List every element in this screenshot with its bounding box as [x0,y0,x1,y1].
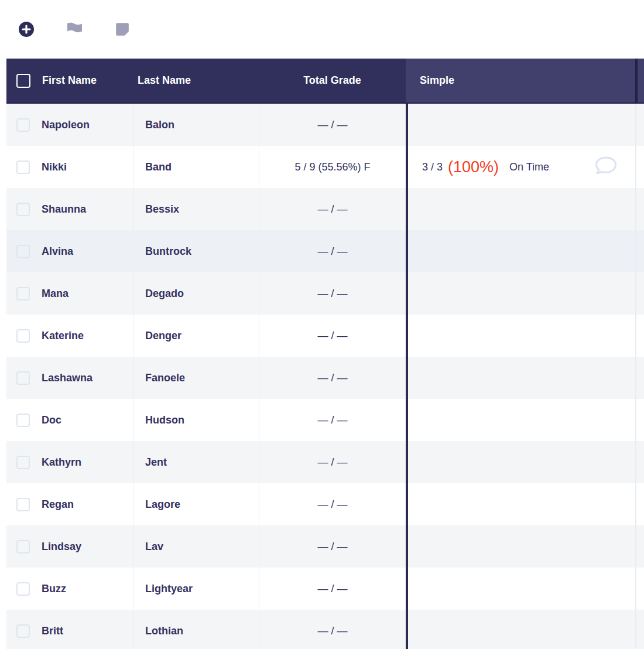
table-row: Regan Lagore — / — [6,483,644,525]
row-checkbox[interactable] [16,414,30,427]
total-grade-cell[interactable]: — / — [259,399,406,441]
simple-grade-cell[interactable] [406,357,635,399]
first-name: Nikki [42,161,67,173]
table-row: Mana Degado — / — [6,272,644,315]
add-button[interactable] [19,22,34,37]
last-name-cell[interactable]: Band [133,146,259,188]
first-name-cell[interactable]: Lashawna [6,357,133,399]
first-name-cell[interactable]: Mana [6,272,133,315]
last-name-cell[interactable]: Lav [133,525,259,568]
total-grade-cell[interactable]: — / — [259,568,406,610]
row-checkbox[interactable] [16,582,30,596]
simple-grade-cell[interactable] [406,188,635,230]
total-grade-cell[interactable]: — / — [259,610,406,649]
total-grade-value: — / — [317,456,347,469]
first-name-cell[interactable]: Lindsay [6,525,133,568]
first-name-cell[interactable]: Britt [6,610,133,649]
comment-button[interactable] [594,156,618,179]
total-grade-cell[interactable]: — / — [259,272,406,315]
row-checkbox[interactable] [16,540,30,554]
row-checkbox[interactable] [16,371,30,385]
last-name: Bessix [145,203,179,216]
toolbar [0,0,644,59]
total-grade-value: — / — [317,245,347,258]
simple-grade-cell[interactable] [406,483,635,525]
first-name-cell[interactable]: Doc [6,399,133,441]
last-name: Lightyear [145,583,193,595]
row-checkbox[interactable] [16,245,30,258]
first-name-cell[interactable]: Napoleon [6,104,133,146]
last-name-cell[interactable]: Buntrock [133,230,259,272]
row-checkbox[interactable] [16,456,30,469]
total-grade-cell[interactable]: — / — [259,441,406,483]
first-name-cell[interactable]: Kathyrn [6,441,133,483]
next-column-cell [635,399,644,441]
header-simple-column-cell[interactable]: Simple [406,59,635,103]
total-grade-cell[interactable]: — / — [259,104,406,146]
total-grade-cell[interactable]: — / — [259,357,406,399]
first-name: Napoleon [42,119,90,131]
next-column-cell [635,525,644,568]
next-column-cell [635,188,644,230]
total-grade-cell[interactable]: — / — [259,188,406,230]
row-checkbox[interactable] [16,287,30,300]
simple-grade-cell[interactable] [406,399,635,441]
table-row-highlighted: Alvina Buntrock — / — [6,230,644,272]
first-name-cell[interactable]: Katerine [6,315,133,357]
simple-grade-cell[interactable]: 3 / 3 (100%) On Time [406,146,635,188]
last-name-cell[interactable]: Lothian [133,610,259,649]
last-name-cell[interactable]: Hudson [133,399,259,441]
simple-grade-cell[interactable] [406,104,635,146]
total-grade-value: — / — [317,372,347,384]
last-name-cell[interactable]: Jent [133,441,259,483]
row-checkbox[interactable] [16,329,30,343]
first-name-cell[interactable]: Buzz [6,568,133,610]
first-name-cell[interactable]: Regan [6,483,133,525]
header-last-name-cell[interactable]: Last Name [133,59,259,103]
simple-grade-cell[interactable] [406,441,635,483]
flag-button[interactable] [67,22,82,37]
header-total-grade-cell[interactable]: Total Grade [259,59,406,103]
row-checkbox[interactable] [16,624,30,638]
total-grade-cell[interactable]: — / — [259,315,406,357]
last-name-cell[interactable]: Denger [133,315,259,357]
row-checkbox[interactable] [16,498,30,511]
first-name-cell[interactable]: Nikki [6,146,133,188]
first-name-cell[interactable]: Alvina [6,230,133,272]
first-name-cell[interactable]: Shaunna [6,188,133,230]
total-grade-cell[interactable]: — / — [259,230,406,272]
note-button[interactable] [115,22,130,37]
row-checkbox[interactable] [16,203,30,216]
next-column-cell [635,568,644,610]
first-name: Britt [42,625,63,637]
simple-grade-cell[interactable] [406,610,635,649]
first-name: Lashawna [42,372,93,384]
total-grade-cell[interactable]: — / — [259,483,406,525]
simple-grade-cell[interactable] [406,525,635,568]
last-name-cell[interactable]: Balon [133,104,259,146]
simple-grade-cell[interactable] [406,230,635,272]
plus-circle-icon [19,22,34,37]
last-name-cell[interactable]: Lightyear [133,568,259,610]
simple-grade-cell[interactable] [406,315,635,357]
last-name-cell[interactable]: Lagore [133,483,259,525]
row-checkbox[interactable] [16,160,30,174]
next-column-cell [635,315,644,357]
total-grade-value: — / — [317,414,347,426]
simple-header-label: Simple [420,74,454,87]
row-checkbox[interactable] [16,118,30,132]
last-name-cell[interactable]: Degado [133,272,259,315]
select-all-checkbox[interactable] [16,74,30,88]
first-name: Kathyrn [42,456,81,469]
last-name-cell[interactable]: Bessix [133,188,259,230]
total-grade-cell[interactable]: 5 / 9 (55.56%) F [259,146,406,188]
first-name-header-label[interactable]: First Name [42,74,97,87]
header-next-column-fragment [635,59,644,103]
total-grade-value: — / — [317,541,347,553]
simple-grade-cell[interactable] [406,272,635,315]
total-grade-value: — / — [317,625,347,637]
last-name-cell[interactable]: Fanoele [133,357,259,399]
simple-grade-cell[interactable] [406,568,635,610]
total-grade-cell[interactable]: — / — [259,525,406,568]
table-row: Napoleon Balon — / — [6,104,644,146]
